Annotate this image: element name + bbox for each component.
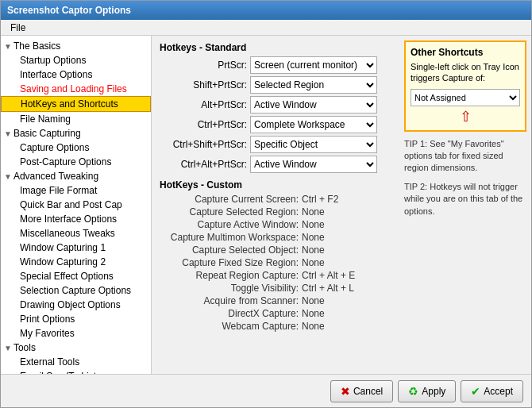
hotkey-custom-label-4: Capture Selected Object:: [160, 244, 299, 256]
hotkey-custom-row-3: Capture Multimon Workspace:None: [160, 232, 404, 243]
hotkeys-standard-section: PrtScr:Screen (current monitor)Shift+Prt…: [160, 56, 404, 173]
hotkey-custom-label-7: Toggle Visibility:: [160, 283, 299, 294]
tree-item-interface-options[interactable]: Interface Options: [1, 67, 151, 82]
hotkey-custom-value-1: None: [302, 206, 325, 217]
cancel-button[interactable]: ✖ Cancel: [330, 380, 393, 402]
apply-icon: ♻: [408, 385, 418, 398]
hotkey-custom-value-3: None: [302, 232, 325, 243]
hotkey-standard-row-3: Ctrl+PrtScr:Complete Workspace: [160, 116, 404, 133]
tree-group-label: Basic Capturing: [13, 128, 81, 139]
hotkey-custom-label-5: Capture Fixed Size Region:: [160, 257, 299, 268]
middle-right-area: Hotkeys - Standard PrtScr:Screen (curren…: [152, 36, 531, 374]
tree-item-more-interface-options[interactable]: More Interface Options: [1, 212, 151, 226]
tree-group-header-advanced-tweaking[interactable]: ▼Advanced Tweaking: [1, 169, 151, 183]
tree-group-the-basics: ▼The BasicsStartup OptionsInterface Opti…: [1, 39, 151, 126]
tree-item-window-capturing-1[interactable]: Window Capturing 1: [1, 241, 151, 255]
tree-item-window-capturing-2[interactable]: Window Capturing 2: [1, 255, 151, 269]
hotkey-custom-label-3: Capture Multimon Workspace:: [160, 232, 299, 243]
hotkey-custom-value-10: None: [302, 321, 325, 332]
hotkey-standard-label-4: Ctrl+Shift+PrtScr:: [160, 139, 247, 150]
hotkey-standard-label-3: Ctrl+PrtScr:: [160, 119, 247, 130]
tree-group-tools: ▼ToolsExternal ToolsEmail SendTo ListOnl…: [1, 341, 151, 374]
hotkey-standard-select-2[interactable]: Active Window: [250, 96, 377, 114]
tree-item-print-options[interactable]: Print Options: [1, 312, 151, 326]
hotkey-custom-value-7: Ctrl + Alt + L: [302, 283, 354, 294]
tree-item-startup-options[interactable]: Startup Options: [1, 53, 151, 67]
tree-item-file-naming[interactable]: File Naming: [1, 112, 151, 126]
hotkey-custom-row-5: Capture Fixed Size Region:None: [160, 257, 404, 268]
apply-button[interactable]: ♻ Apply: [398, 380, 456, 402]
middle-section: Hotkeys - Standard PrtScr:Screen (curren…: [152, 36, 404, 374]
hotkeys-custom-section: Capture Current Screen:Ctrl + F2Capture …: [160, 194, 404, 332]
hotkey-standard-label-2: Alt+PrtScr:: [160, 99, 247, 110]
tree-item-selection-capture-options[interactable]: Selection Capture Options: [1, 283, 151, 298]
hotkey-standard-select-0[interactable]: Screen (current monitor): [250, 56, 377, 74]
hotkeys-custom-title: HotKeys - Custom: [160, 179, 404, 191]
tree-item-image-file-format[interactable]: Image File Format: [1, 183, 151, 198]
tree-item-post-capture-options[interactable]: Post-Capture Options: [1, 155, 151, 169]
tree-item-capture-options[interactable]: Capture Options: [1, 140, 151, 155]
tree-group-label: Tools: [13, 342, 36, 353]
window-title: Screenshot Captor Options: [7, 5, 131, 16]
hotkeys-standard-title: Hotkeys - Standard: [160, 42, 404, 53]
hotkey-custom-value-9: None: [302, 308, 325, 319]
cancel-icon: ✖: [341, 385, 350, 398]
hotkey-standard-row-5: Ctrl+Alt+PrtScr:Active Window: [160, 156, 404, 173]
hotkey-custom-label-2: Capture Active Window:: [160, 219, 299, 230]
hotkey-custom-value-5: None: [302, 257, 325, 268]
title-bar: Screenshot Captor Options: [1, 1, 531, 20]
hotkey-custom-row-4: Capture Selected Object:None: [160, 244, 404, 256]
other-shortcuts-select[interactable]: Not AssignedScreen (current monitor)Sele…: [411, 89, 520, 106]
tree-group-header-the-basics[interactable]: ▼The Basics: [1, 39, 151, 53]
tree-item-hotkeys-shortcuts[interactable]: HotKeys and Shortcuts: [1, 96, 151, 112]
hotkey-standard-select-3[interactable]: Complete Workspace: [250, 116, 377, 133]
menu-bar: File: [1, 20, 531, 36]
hotkey-standard-select-4[interactable]: Specific Object: [250, 136, 377, 153]
tree-item-miscellaneous-tweaks[interactable]: Miscellaneous Tweaks: [1, 226, 151, 241]
hotkey-custom-value-0: Ctrl + F2: [302, 194, 338, 205]
accept-icon: ✔: [471, 385, 480, 398]
hotkey-custom-row-6: Repeat Region Capture:Ctrl + Alt + E: [160, 270, 404, 281]
tree-item-my-favorites[interactable]: My Favorites: [1, 326, 151, 341]
hotkey-standard-select-5[interactable]: Active Window: [250, 156, 377, 173]
tree-group-basic-capturing: ▼Basic CapturingCapture OptionsPost-Capt…: [1, 126, 151, 169]
hotkey-standard-select-1[interactable]: Selected Region: [250, 76, 377, 94]
tree-panel: ▼The BasicsStartup OptionsInterface Opti…: [1, 36, 152, 374]
hotkey-standard-row-2: Alt+PrtScr:Active Window: [160, 96, 404, 114]
hotkey-custom-row-0: Capture Current Screen:Ctrl + F2: [160, 194, 404, 205]
hotkey-custom-label-10: Webcam Capture:: [160, 321, 299, 332]
other-shortcuts-box: Other Shortcuts Single-left click on Tra…: [404, 40, 526, 132]
hotkey-standard-row-0: PrtScr:Screen (current monitor): [160, 56, 404, 74]
hotkey-custom-label-9: DirectX Capture:: [160, 308, 299, 319]
tree-item-external-tools[interactable]: External Tools: [1, 355, 151, 369]
hotkey-custom-row-2: Capture Active Window:None: [160, 219, 404, 230]
right-panel: Other Shortcuts Single-left click on Tra…: [404, 36, 531, 374]
hotkey-standard-row-4: Ctrl+Shift+PrtScr:Specific Object: [160, 136, 404, 153]
arrow-indicator: ⇧: [411, 108, 520, 125]
hotkey-custom-value-4: None: [302, 244, 325, 256]
tree-item-drawing-object-options[interactable]: Drawing Object Options: [1, 298, 151, 312]
tree-group-header-tools[interactable]: ▼Tools: [1, 341, 151, 355]
other-shortcuts-title: Other Shortcuts: [411, 47, 520, 58]
hotkey-custom-row-9: DirectX Capture:None: [160, 308, 404, 319]
tip2-text: TIP 2: Hotkeys will not trigger while yo…: [404, 181, 526, 217]
tip1-text: TIP 1: See "My Favorites" options tab fo…: [404, 138, 526, 175]
accept-button[interactable]: ✔ Accept: [461, 380, 523, 402]
tree-item-special-effect-options[interactable]: Special Effect Options: [1, 269, 151, 283]
hotkey-custom-label-1: Capture Selected Region:: [160, 206, 299, 217]
hotkey-custom-row-7: Toggle Visibility:Ctrl + Alt + L: [160, 283, 404, 294]
hotkey-custom-label-6: Repeat Region Capture:: [160, 270, 299, 281]
file-menu[interactable]: File: [6, 22, 30, 33]
tree-group-header-basic-capturing[interactable]: ▼Basic Capturing: [1, 126, 151, 140]
other-shortcuts-description: Single-left click on Tray Icon triggers …: [411, 61, 520, 84]
hotkey-standard-label-5: Ctrl+Alt+PrtScr:: [160, 159, 247, 170]
tree-arrow: ▼: [4, 172, 12, 181]
hotkey-custom-row-8: Acquire from Scanner:None: [160, 295, 404, 306]
hotkey-custom-value-8: None: [302, 295, 325, 306]
tree-group-advanced-tweaking: ▼Advanced TweakingImage File FormatQuick…: [1, 169, 151, 341]
tree-item-quick-bar-post-cap[interactable]: Quick Bar and Post Cap: [1, 198, 151, 212]
tree-item-saving-loading-files[interactable]: Saving and Loading Files: [1, 82, 151, 96]
tree-arrow: ▼: [4, 42, 12, 51]
content-area: ▼The BasicsStartup OptionsInterface Opti…: [1, 36, 531, 374]
main-window: Screenshot Captor Options File ▼The Basi…: [0, 0, 532, 408]
